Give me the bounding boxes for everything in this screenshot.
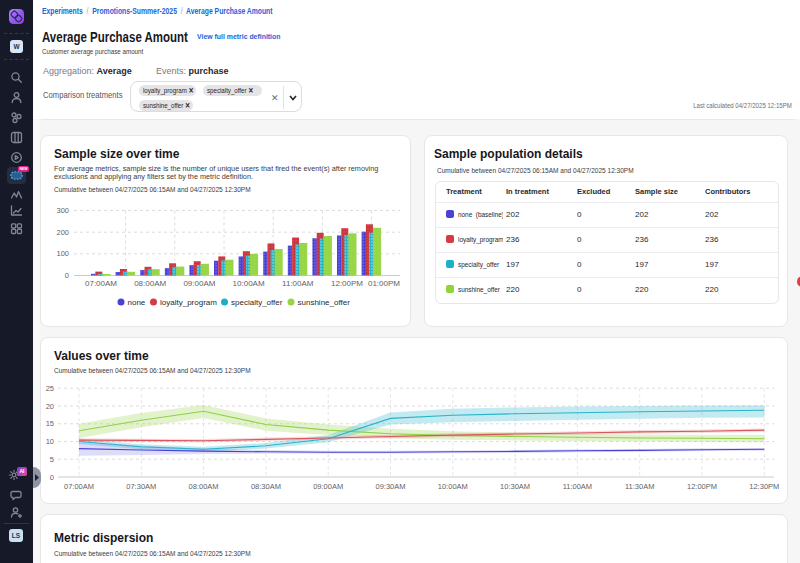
svg-text:11:30AM: 11:30AM xyxy=(625,482,654,491)
svg-text:300: 300 xyxy=(56,206,69,215)
svg-text:0: 0 xyxy=(50,473,54,482)
svg-text:01:00PM: 01:00PM xyxy=(368,279,400,288)
svg-text:10: 10 xyxy=(46,437,54,446)
svg-text:09:00AM: 09:00AM xyxy=(183,279,215,288)
svg-text:0: 0 xyxy=(65,271,69,280)
svg-text:10:30AM: 10:30AM xyxy=(500,482,530,491)
svg-text:10:00AM: 10:00AM xyxy=(233,279,265,288)
svg-text:11:00AM: 11:00AM xyxy=(282,279,314,288)
svg-text:10:00AM: 10:00AM xyxy=(438,482,468,491)
svg-text:07:00AM: 07:00AM xyxy=(85,279,117,288)
svg-text:12:30PM: 12:30PM xyxy=(749,482,779,491)
svg-text:sunshine_offer: sunshine_offer xyxy=(298,298,351,307)
svg-text:100: 100 xyxy=(56,249,69,258)
svg-text:20: 20 xyxy=(46,402,54,411)
svg-text:08:00AM: 08:00AM xyxy=(134,279,166,288)
svg-text:200: 200 xyxy=(56,228,69,237)
svg-text:09:00AM: 09:00AM xyxy=(313,482,343,491)
svg-text:12:00PM: 12:00PM xyxy=(331,279,363,288)
svg-text:15: 15 xyxy=(46,419,54,428)
svg-text:07:30AM: 07:30AM xyxy=(126,482,156,491)
svg-text:07:00AM: 07:00AM xyxy=(64,482,94,491)
svg-text:loyalty_program: loyalty_program xyxy=(160,298,217,307)
svg-text:25: 25 xyxy=(46,384,54,393)
svg-text:08:00AM: 08:00AM xyxy=(189,482,219,491)
svg-text:12:00PM: 12:00PM xyxy=(687,482,717,491)
svg-text:11:00AM: 11:00AM xyxy=(563,482,592,491)
svg-text:09:30AM: 09:30AM xyxy=(375,482,405,491)
svg-text:specialty_offer: specialty_offer xyxy=(231,298,283,307)
svg-text:none: none xyxy=(128,298,146,307)
svg-text:5: 5 xyxy=(50,455,54,464)
svg-text:08:30AM: 08:30AM xyxy=(251,482,281,491)
